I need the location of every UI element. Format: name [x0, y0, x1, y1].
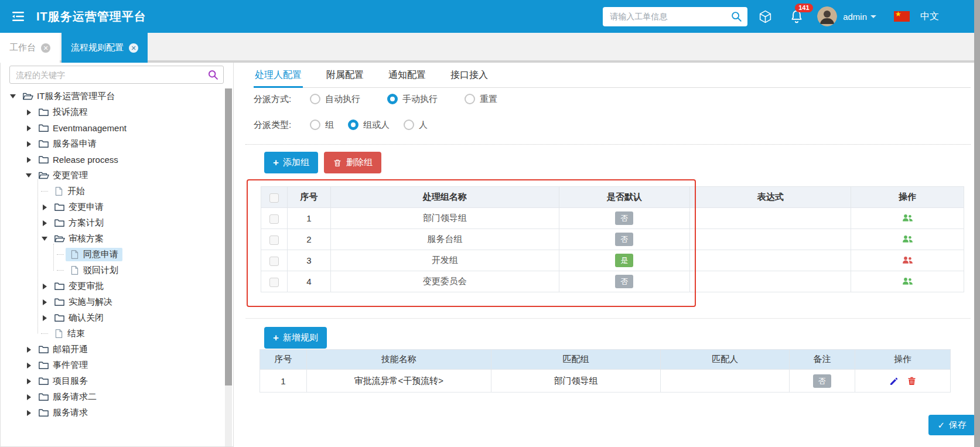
expand-arrow-icon[interactable] [23, 347, 34, 353]
tree-item[interactable]: 项目服务 [1, 373, 233, 389]
tree-item[interactable]: 变更管理 [1, 168, 233, 183]
add-group-button[interactable]: + 添加组 [264, 152, 318, 173]
window-tab-流程规则配置[interactable]: 流程规则配置 ✕ [62, 33, 148, 63]
save-button[interactable]: ✓ 保存 [928, 415, 975, 435]
expand-arrow-icon[interactable] [39, 220, 50, 226]
tree-item[interactable]: 变更申请 [1, 199, 233, 215]
radio-icon[interactable] [387, 94, 398, 104]
collapse-arrow-icon[interactable] [8, 94, 18, 98]
row-checkbox[interactable] [269, 278, 279, 287]
tree-item[interactable]: 服务器申请 [1, 136, 233, 152]
expand-arrow-icon[interactable] [23, 141, 34, 147]
expand-arrow-icon[interactable] [23, 394, 34, 400]
sidebar-scrollbar-thumb[interactable] [225, 88, 232, 385]
folder-icon [38, 344, 49, 355]
process-search-input[interactable] [9, 66, 224, 84]
radio-icon[interactable] [404, 120, 414, 130]
radio-option-组[interactable]: 组 [310, 120, 334, 131]
tree-item[interactable]: 变更审批 [1, 278, 233, 294]
tree-item[interactable]: Eventmanagement [1, 120, 233, 136]
default-badge: 否 [615, 275, 633, 288]
tree-item[interactable]: 服务请求二 [1, 389, 233, 405]
expand-arrow-icon[interactable] [39, 204, 50, 210]
delete-trash-icon[interactable] [907, 376, 917, 386]
tree-item[interactable]: 邮箱开通 [1, 342, 233, 357]
file-icon [54, 186, 64, 196]
page-body: IT服务运营管理平台 投诉流程 Eventmanagement 服务器申请 [0, 63, 980, 447]
tree-item[interactable]: Release process [1, 152, 233, 168]
expand-arrow-icon[interactable] [39, 299, 50, 305]
row-checkbox[interactable] [269, 214, 279, 224]
language-switch[interactable]: 中文 [920, 11, 939, 23]
expand-arrow-icon[interactable] [23, 110, 34, 115]
expand-arrow-icon[interactable] [23, 410, 34, 416]
group-table: 序号处理组名称是否默认表达式操作 1部门领导组否2服务台组否3开发组是4变更委员… [261, 186, 964, 292]
select-all-checkbox[interactable] [269, 193, 279, 203]
tree-item[interactable]: 服务请求 [1, 405, 233, 421]
group-table-header: 操作 [851, 187, 964, 208]
tree-item[interactable]: 驳回计划 [1, 262, 233, 278]
tree-item[interactable]: 方案计划 [1, 215, 233, 231]
default-badge: 否 [615, 233, 633, 246]
row-checkbox[interactable] [269, 257, 279, 266]
users-icon[interactable] [902, 233, 914, 245]
tree-item[interactable]: 开始 [1, 183, 233, 199]
tree-item-label: IT服务运营管理平台 [37, 91, 115, 102]
folder-icon [38, 376, 49, 387]
collapse-arrow-icon[interactable] [23, 173, 34, 178]
expand-arrow-icon[interactable] [23, 125, 34, 131]
search-icon[interactable] [730, 10, 743, 25]
user-menu[interactable]: admin [843, 12, 876, 22]
notifications-bell-icon[interactable]: 141 [789, 9, 804, 24]
apps-cube-icon[interactable] [758, 9, 773, 24]
users-icon[interactable] [902, 211, 914, 224]
users-icon[interactable] [902, 254, 914, 266]
ticket-search-input[interactable] [603, 7, 747, 26]
expand-arrow-icon[interactable] [23, 157, 34, 163]
tree-item[interactable]: 结束 [1, 326, 233, 342]
menu-fold-icon[interactable] [11, 9, 27, 23]
expand-arrow-icon[interactable] [23, 363, 34, 368]
radio-option-重置[interactable]: 重置 [465, 94, 497, 105]
tree-item-label: 邮箱开通 [53, 344, 88, 355]
tree-item[interactable]: 同意申请 [1, 247, 233, 262]
radio-icon[interactable] [348, 120, 358, 130]
expand-arrow-icon[interactable] [39, 315, 50, 321]
close-icon[interactable]: ✕ [41, 43, 50, 53]
delete-group-button[interactable]: 删除组 [324, 152, 381, 173]
folder-icon [54, 217, 65, 228]
tree-item[interactable]: 实施与解决 [1, 294, 233, 310]
tab-通知配置[interactable]: 通知配置 [387, 66, 427, 87]
tab-处理人配置[interactable]: 处理人配置 [254, 66, 303, 87]
tree-item[interactable]: 投诉流程 [1, 104, 233, 120]
edit-pencil-icon[interactable] [889, 377, 899, 386]
radio-option-自动执行[interactable]: 自动执行 [310, 94, 360, 105]
china-flag-icon[interactable]: ★ [894, 11, 910, 22]
radio-icon[interactable] [465, 94, 475, 104]
page-scrollbar[interactable] [974, 0, 980, 447]
users-icon[interactable] [902, 275, 914, 287]
expand-arrow-icon[interactable] [23, 378, 34, 384]
tab-附属配置[interactable]: 附属配置 [325, 66, 365, 87]
tree-item[interactable]: IT服务运营管理平台 [1, 88, 233, 104]
expand-arrow-icon[interactable] [39, 284, 50, 289]
radio-icon[interactable] [310, 94, 320, 104]
radio-option-手动执行[interactable]: 手动执行 [387, 94, 438, 105]
actions-cell [851, 208, 964, 229]
window-tab-工作台[interactable]: 工作台 ✕ [0, 33, 60, 63]
radio-option-组或人[interactable]: 组或人 [348, 120, 390, 131]
tree-item[interactable]: 审核方案 [1, 231, 233, 247]
tab-接口接入[interactable]: 接口接入 [449, 66, 489, 87]
row-checkbox[interactable] [269, 236, 279, 245]
window-tab-label: 流程规则配置 [71, 42, 124, 53]
sidebar-scrollbar[interactable] [225, 88, 232, 446]
add-rule-button[interactable]: + 新增规则 [264, 327, 327, 349]
radio-icon[interactable] [310, 120, 320, 130]
collapse-arrow-icon[interactable] [39, 237, 50, 241]
radio-option-人[interactable]: 人 [404, 120, 428, 131]
user-avatar[interactable] [817, 6, 837, 26]
tree-item[interactable]: 确认关闭 [1, 310, 233, 326]
search-icon[interactable] [207, 69, 219, 83]
tree-item[interactable]: 事件管理 [1, 357, 233, 373]
close-icon[interactable]: ✕ [129, 43, 138, 53]
